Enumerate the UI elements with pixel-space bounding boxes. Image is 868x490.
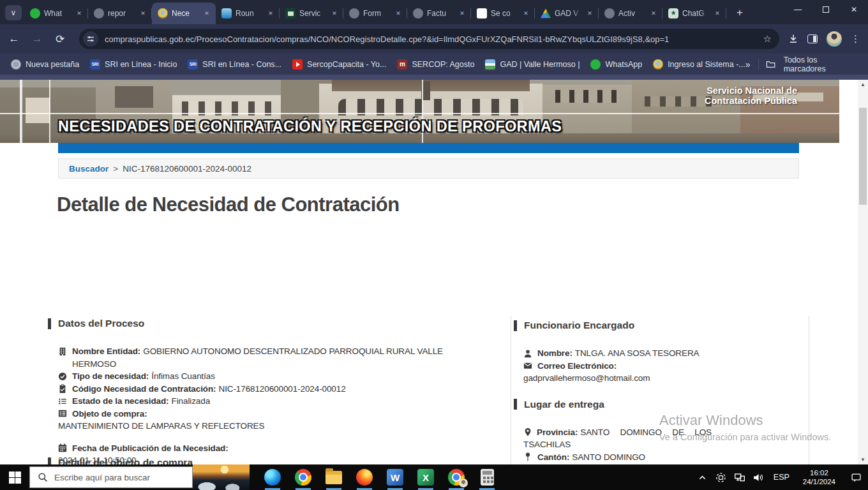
word[interactable]: W [380,464,410,490]
maximize-button[interactable] [812,0,840,19]
firefox[interactable] [349,464,380,490]
tabs: What ✕ repor ✕ Nece ✕ Roun ✕ Servic [24,3,726,24]
network-icon[interactable] [734,471,745,483]
clipboard-check-icon [58,384,67,393]
date: 24/1/2024 [803,477,835,486]
bookmark-items: Nueva pestaña SRI SRI en Línea - Inicio … [0,59,745,70]
tab-close-icon[interactable]: ✕ [585,8,595,19]
chrome[interactable] [288,464,318,490]
chevron-down-icon: ∨ [11,8,17,17]
field-label: Nombre Entidad: [72,346,140,356]
whatsapp-icon [590,59,601,70]
tab-close-icon[interactable]: ✕ [266,8,276,19]
check-circle-icon [58,372,67,381]
notification-center-icon[interactable] [850,471,862,483]
scroll-up-icon[interactable]: ▲ [858,80,868,89]
browser-tab[interactable]: Factu ✕ [407,3,471,24]
tab-close-icon[interactable]: ✕ [74,8,84,19]
sync-icon[interactable] [715,471,727,483]
right-column: Funcionario Encargado Nombre:TNLGA. ANA … [511,316,809,464]
building-icon [58,347,67,356]
downloads-icon[interactable] [788,34,798,44]
browser-tab[interactable]: What ✕ [24,3,88,24]
folder-icon [766,59,775,70]
user-icon [523,349,532,358]
bookmark-item[interactable]: WhatsApp [590,59,642,70]
edge[interactable] [257,464,288,490]
new-tab-button[interactable]: + [731,4,748,21]
browser-tab[interactable]: Activ ✕ [599,3,662,24]
site-settings-icon[interactable] [83,31,98,47]
bookmark-item[interactable]: Nueva pestaña [11,59,79,70]
tab-close-icon[interactable]: ✕ [202,8,212,19]
tab-close-icon[interactable]: ✕ [457,8,467,19]
field-row: Nombre:TNLGA. ANA SOSA TESORERA [523,347,798,360]
breadcrumb-link-buscador[interactable]: Buscador [69,164,108,174]
field-value: Finalizada [172,396,211,406]
banner-title: NECESIDADES DE CONTRATACIÓN Y RECEPCIÓN … [58,118,645,135]
scrollbar-thumb[interactable] [859,108,867,205]
back-button[interactable]: ← [5,30,23,48]
tab-search-button[interactable]: ∨ [5,5,22,20]
all-bookmarks-button[interactable]: Todos los marcadores [784,56,858,73]
chrome-profile[interactable] [441,464,472,490]
bookmark-item[interactable]: m SERCOP: Agosto [397,59,474,70]
sercop-logo-text: Servicio Nacional de Contratación Públic… [705,85,797,106]
field-row: Estado de la necesidad:Finalizada [58,395,486,408]
browser-tab[interactable]: ChatG ✕ [662,3,726,24]
windows-taskbar: Escribe aquí para buscar [0,464,868,490]
browser-tab[interactable]: Servic ✕ [280,3,343,24]
bookmark-item[interactable]: SRI SRI en Línea - Inicio [90,59,177,70]
menu-kebab-icon[interactable]: ⋮ [851,33,860,45]
excel[interactable]: X [410,464,441,490]
browser-tab[interactable]: repor ✕ [88,3,152,24]
page-scrollbar[interactable]: ▲ ▼ [858,80,868,464]
url-text[interactable]: compraspublicas.gob.ec/ProcesoContrataci… [105,34,757,44]
ecuador-coat-icon [158,8,168,19]
browser-tab[interactable]: GAD V ✕ [535,3,599,24]
tab-close-icon[interactable]: ✕ [138,8,148,19]
volume-icon[interactable] [752,471,764,483]
address-bar[interactable]: compraspublicas.gob.ec/ProcesoContrataci… [79,29,779,49]
close-button[interactable]: ✕ [840,0,868,19]
reload-button[interactable]: ⟳ [51,30,69,48]
browser-tab[interactable]: Roun ✕ [216,3,280,24]
browser-tab-strip: ∨ What ✕ repor ✕ Nece ✕ Roun [0,0,868,24]
field-label: Cantón: [537,452,569,462]
file-explorer[interactable] [318,464,349,490]
side-panel-icon[interactable] [807,34,818,43]
tab-close-icon[interactable]: ✕ [521,8,531,19]
start-button[interactable] [0,464,29,490]
tray-chevron-up-icon[interactable] [697,471,708,483]
tab-title: Factu [427,9,453,18]
minimize-button[interactable]: — [784,0,812,19]
bookmark-item[interactable]: SercopCapacita - Yo... [292,59,386,70]
tab-close-icon[interactable]: ✕ [329,8,340,19]
section-heading: Datos del Proceso [48,318,498,329]
field-row: Objeto de compra:MANTENIMIENTO DE LAMPAR… [58,408,486,433]
language-indicator[interactable]: ESP [774,473,789,482]
tab-close-icon[interactable]: ✕ [712,8,722,19]
browser-tab[interactable]: Form ✕ [343,3,407,24]
browser-tab[interactable]: Se co ✕ [471,3,535,24]
bookmarks-overflow-button[interactable]: » [745,59,751,70]
bookmark-item[interactable]: GAD | Valle Hermoso | [485,59,580,70]
bookmark-star-icon[interactable]: ☆ [763,33,772,45]
taskbar-search[interactable]: Escribe aquí para buscar [29,466,193,488]
calculator[interactable] [472,464,502,490]
scroll-down-icon[interactable]: ▼ [858,455,868,464]
news-weather-widget[interactable] [193,464,250,490]
breadcrumb: Buscador > NIC-1768120600001-2024-00012 [58,158,799,179]
profile-avatar[interactable] [827,31,842,47]
browser-tab[interactable]: Nece ✕ [152,3,216,24]
forward-button[interactable]: → [28,30,46,48]
tab-close-icon[interactable]: ✕ [648,8,659,19]
clock[interactable]: 16:02 24/1/2024 [803,468,835,486]
bookmark-label: Ingreso al Sistema -... [668,60,745,69]
field-value: SANTO DOMINGO [572,452,645,462]
bookmark-item[interactable]: SRI SRI en Línea - Cons... [188,59,281,70]
whatsapp-icon [30,8,40,19]
field-value: gadprvallehermoso@hotmail.com [523,372,798,385]
tab-close-icon[interactable]: ✕ [393,8,403,19]
bookmark-item[interactable]: Ingreso al Sistema -... [653,59,745,70]
